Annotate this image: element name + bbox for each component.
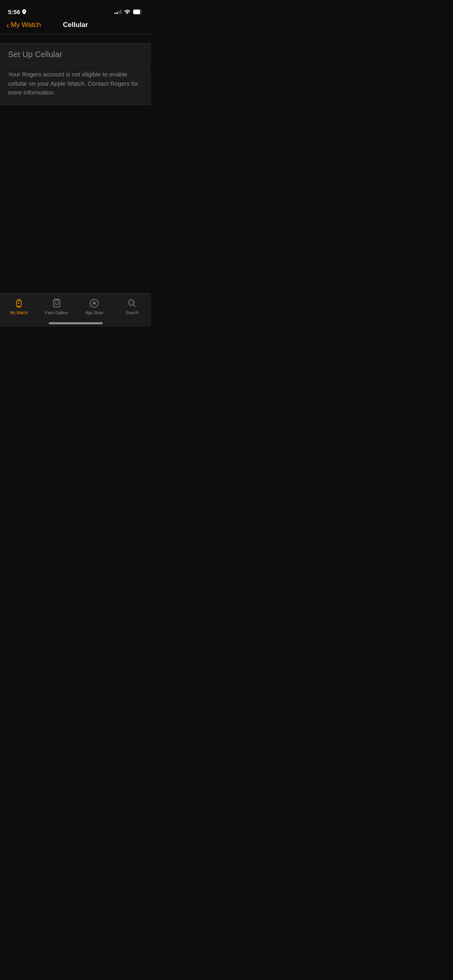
- svg-line-16: [133, 305, 135, 307]
- svg-point-17: [130, 301, 133, 304]
- section-heading: Set Up Cellular: [0, 43, 151, 64]
- tab-face-gallery[interactable]: Face Gallery: [38, 298, 76, 315]
- nav-bar: ‹ My Watch Cellular: [0, 18, 151, 34]
- cellular-content-section: Set Up Cellular Your Rogers account is n…: [0, 43, 151, 105]
- face-gallery-tab-label: Face Gallery: [45, 311, 68, 315]
- svg-rect-2: [133, 10, 140, 14]
- svg-rect-10: [57, 299, 59, 300]
- section-spacer: [0, 34, 151, 43]
- search-icon: [126, 298, 138, 309]
- svg-point-12: [58, 302, 58, 303]
- battery-icon: [133, 9, 143, 14]
- svg-rect-8: [54, 300, 60, 307]
- cellular-description: Your Rogers account is not eligible to e…: [8, 70, 143, 97]
- section-body: Your Rogers account is not eligible to e…: [0, 64, 151, 105]
- my-watch-icon: [13, 298, 25, 309]
- svg-point-0: [127, 13, 128, 14]
- svg-point-11: [55, 302, 56, 303]
- signal-icon: [114, 9, 122, 14]
- app-store-icon: [89, 298, 100, 309]
- tab-bar: My Watch Face Gallery App Store: [0, 293, 151, 327]
- search-tab-label: Search: [126, 311, 139, 315]
- tab-search[interactable]: Search: [113, 298, 151, 315]
- svg-rect-4: [17, 299, 20, 301]
- page-title: Cellular: [63, 21, 88, 29]
- time-display: 5:56: [8, 8, 20, 15]
- home-indicator: [49, 322, 103, 324]
- status-bar: 5:56: [0, 0, 151, 18]
- tab-app-store[interactable]: App Store: [76, 298, 114, 315]
- face-gallery-icon: [51, 298, 62, 309]
- status-icons: [114, 9, 143, 14]
- status-time: 5:56: [8, 8, 26, 15]
- tab-my-watch[interactable]: My Watch: [0, 298, 38, 315]
- wifi-icon: [124, 9, 130, 14]
- location-icon: [22, 9, 26, 14]
- back-chevron-icon: ‹: [6, 21, 9, 29]
- my-watch-tab-label: My Watch: [10, 311, 28, 315]
- app-store-tab-label: App Store: [85, 311, 103, 315]
- back-label: My Watch: [11, 21, 41, 29]
- svg-rect-9: [54, 299, 56, 300]
- back-button[interactable]: ‹ My Watch: [6, 21, 41, 29]
